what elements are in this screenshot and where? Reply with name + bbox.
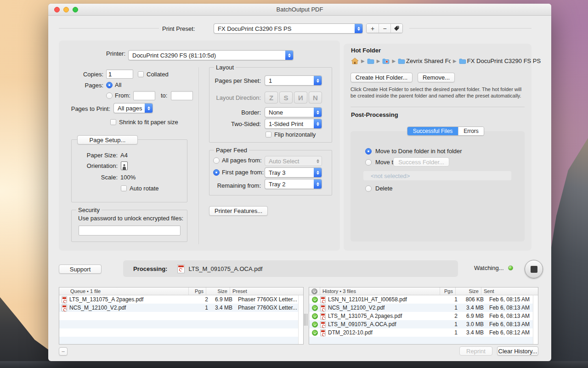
all-pages-from-radio[interactable]: [213, 157, 220, 164]
folder-icon[interactable]: [367, 58, 374, 64]
history-row[interactable]: DTM_2012-10.pdf 1 3.4 MB Feb 6, 08:12 AM: [309, 328, 538, 337]
layout-direction-s-button[interactable]: S: [279, 92, 293, 104]
pages-to-input[interactable]: [171, 91, 193, 100]
tag-icon: [394, 25, 400, 31]
remaining-from-select[interactable]: Tray 2: [265, 179, 322, 189]
create-hot-folder-button[interactable]: Create Hot Folder...: [351, 73, 413, 82]
pages-from-input[interactable]: [133, 91, 155, 100]
page-setup-button[interactable]: Page Setup...: [77, 135, 138, 144]
print-preset-select[interactable]: FX DocuPrint C3290 FS PS: [214, 23, 363, 34]
pages-per-sheet-select[interactable]: 1: [265, 75, 322, 86]
pages-to-print-select[interactable]: All pages: [113, 103, 153, 113]
layout-direction-z-button[interactable]: Z: [265, 92, 278, 104]
security-hint: Use password to unlock encrypted files:: [78, 215, 183, 222]
add-preset-button[interactable]: +: [367, 24, 379, 33]
queue-size-column[interactable]: Size: [206, 288, 230, 295]
breadcrumb-preset-folder[interactable]: FX DocuPrint C3290 FS PS: [467, 58, 541, 64]
history-scrollbar-track[interactable]: [533, 295, 538, 344]
stepper-arrows-icon: [145, 104, 153, 113]
table-row-empty: [59, 328, 303, 337]
copies-input[interactable]: [106, 69, 133, 79]
stepper-arrows-icon: [314, 119, 322, 128]
support-button[interactable]: Support: [59, 264, 102, 274]
pages-from-radio[interactable]: [106, 92, 113, 99]
all-pages-from-label: All pages from:: [222, 157, 262, 164]
queue-pgs-column[interactable]: Pgs: [189, 288, 206, 295]
pdf-file-icon: [177, 264, 185, 273]
queue-table-header[interactable]: Queue • 1 file Pgs Size Preset: [59, 288, 303, 295]
layout-direction-n-mirrored-button[interactable]: N: [294, 92, 307, 104]
history-pgs-column[interactable]: Pgs: [440, 288, 456, 295]
titlebar[interactable]: BatchOutput PDF: [48, 4, 551, 16]
history-title-column[interactable]: History • 3 files: [320, 288, 440, 295]
preset-actions-segmented: + −: [366, 23, 403, 33]
stop-icon: [531, 266, 537, 273]
queue-row[interactable]: NCS_M_12100_V2.pdf 1 3.4 MB Phaser 7760G…: [59, 304, 303, 312]
queue-title-column[interactable]: Queue • 1 file: [59, 288, 189, 295]
remove-from-queue-button[interactable]: −: [59, 347, 68, 356]
pages-to-print-value: All pages: [114, 105, 145, 112]
breadcrumb-separator-icon: ▶: [360, 58, 366, 63]
flip-horizontally-checkbox[interactable]: [266, 132, 271, 138]
queue-scrollbar-track[interactable]: [298, 295, 303, 344]
folder-badge-icon[interactable]: [382, 58, 390, 64]
table-row-empty: [59, 312, 303, 320]
pdf-file-icon: [320, 305, 326, 311]
tab-errors[interactable]: Errors: [458, 127, 484, 135]
history-sent-column[interactable]: Sent: [481, 288, 538, 295]
breadcrumb-shared-folder[interactable]: Zevrix Shared Fo: [406, 58, 451, 64]
history-size-column[interactable]: Size: [456, 288, 481, 295]
border-select[interactable]: None: [265, 107, 322, 117]
first-page-from-radio[interactable]: [213, 169, 220, 176]
history-row[interactable]: NCS_M_12100_V2.pdf 1 3.4 MB Feb 6, 08:13…: [309, 304, 538, 312]
clear-history-button[interactable]: Clear History...: [497, 346, 538, 356]
pages-all-label: All: [115, 81, 121, 88]
move-to-radio[interactable]: [365, 159, 372, 166]
table-row-empty: [309, 337, 538, 345]
move-to-done-radio[interactable]: [365, 148, 372, 155]
security-group: Security Use password to unlock encrypte…: [71, 210, 187, 242]
printer-features-button[interactable]: Printer Features...: [209, 206, 268, 216]
tag-preset-button[interactable]: [390, 24, 402, 33]
pane-split-handle[interactable]: [304, 314, 307, 326]
stepper-arrows-icon: [314, 156, 322, 166]
password-input[interactable]: [79, 225, 181, 236]
auto-rotate-label: Auto rotate: [130, 185, 159, 192]
pages-all-radio[interactable]: [106, 82, 113, 88]
queue-preset-column[interactable]: Preset: [230, 288, 303, 295]
layout-direction-n-button[interactable]: N: [309, 92, 322, 104]
stepper-arrows-icon: [285, 51, 293, 60]
processing-label: Processing:: [133, 265, 167, 272]
minimize-window-button[interactable]: [63, 7, 69, 12]
two-sided-value: 1-Sided Print: [265, 121, 314, 127]
history-row[interactable]: LTS_M_131075_A 2pages.pdf 2 6.9 MB Feb 6…: [309, 312, 538, 320]
remove-preset-button[interactable]: −: [379, 24, 390, 33]
hot-folder-title: Hot Folder: [351, 47, 381, 54]
portrait-orientation-icon: [121, 161, 128, 170]
table-row-empty: [59, 337, 303, 345]
history-status-column[interactable]: [309, 288, 320, 295]
close-window-button[interactable]: [54, 7, 60, 12]
queue-row[interactable]: LTS_M_131075_A 2pages.pdf 2 6.9 MB Phase…: [59, 295, 303, 304]
zoom-window-button[interactable]: [73, 7, 78, 12]
history-table-header[interactable]: History • 3 files Pgs Size Sent: [309, 288, 538, 295]
pdf-file-icon: [320, 329, 326, 336]
two-sided-select[interactable]: 1-Sided Print: [265, 119, 322, 129]
two-sided-label: Two-Sided:: [209, 121, 261, 127]
collated-checkbox[interactable]: [138, 71, 144, 77]
printer-select[interactable]: DocuPrint C3290 FS (81:10:5d): [128, 50, 294, 60]
history-row[interactable]: LTS_M_091075_A.OCA.pdf 1 3.0 MB Feb 6, 0…: [309, 320, 538, 328]
home-icon[interactable]: [351, 58, 359, 64]
folder-icon[interactable]: [459, 58, 466, 64]
shrink-to-fit-checkbox[interactable]: [110, 119, 116, 125]
breadcrumb: ▶ ▶ ▶ Zevrix Shared Fo ▶ FX DocuPrint C3…: [351, 58, 541, 64]
copies-label: Copies:: [59, 71, 103, 78]
stop-watching-button[interactable]: [525, 260, 543, 278]
folder-icon[interactable]: [398, 58, 405, 64]
remove-hot-folder-button[interactable]: Remove...: [418, 73, 455, 82]
history-row[interactable]: LSN_N_12101H_AT_I00658.pdf 1 806 KB Feb …: [309, 295, 538, 304]
first-page-from-select[interactable]: Tray 3: [265, 167, 322, 178]
tab-successful-files[interactable]: Successful Files: [407, 127, 458, 135]
auto-rotate-checkbox[interactable]: [121, 185, 127, 191]
delete-radio[interactable]: [365, 185, 372, 192]
